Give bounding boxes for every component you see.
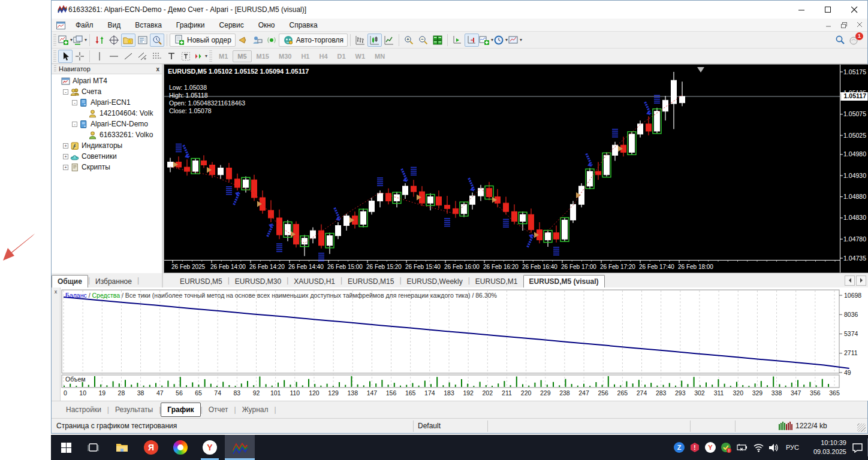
toolbar-grip[interactable] [53, 50, 56, 62]
timeframe-M5[interactable]: M5 [233, 50, 251, 62]
timeframe-H4[interactable]: H4 [314, 50, 332, 62]
data-window-button[interactable] [107, 34, 121, 47]
candlestick-chart-button[interactable] [367, 34, 382, 47]
chart-tab-EURUSD,M5 (visual)[interactable]: EURUSD,M5 (visual) [523, 275, 605, 288]
metaeditor-button[interactable] [250, 34, 264, 47]
menu-Вставка[interactable]: Вставка [128, 19, 169, 31]
navigator-tab-Избранное[interactable]: Избранное [90, 276, 137, 288]
tree-toggle[interactable]: - [63, 89, 68, 95]
status-profile[interactable]: Default [418, 422, 441, 430]
yandex-start-button[interactable] [168, 435, 192, 460]
action-center-button[interactable] [848, 435, 866, 460]
navigator-close-icon[interactable]: x [156, 66, 159, 72]
tray-alert-icon[interactable]: ! [687, 435, 703, 460]
zoom-in-button[interactable] [402, 34, 416, 47]
close-button[interactable] [841, 1, 867, 19]
tray-yandex-icon[interactable]: Y [703, 435, 718, 460]
timeframe-M15[interactable]: M15 [252, 50, 274, 62]
tab-scroll-left-button[interactable] [845, 276, 855, 286]
tree-toggle[interactable]: - [72, 100, 77, 105]
menu-Файл[interactable]: Файл [68, 19, 101, 31]
chart-window[interactable]: 1.051751.051251.050751.050251.049801.049… [164, 64, 868, 273]
price-chart[interactable]: 1.051751.051251.050751.050251.049801.049… [164, 65, 868, 273]
resize-grip[interactable] [857, 423, 866, 432]
timeframe-D1[interactable]: D1 [333, 50, 351, 62]
arrows-tool-button[interactable]: ▾ [193, 50, 207, 63]
navigator-button[interactable] [121, 34, 135, 47]
tester-tab-Настройки[interactable]: Настройки [60, 403, 107, 416]
tester-tab-График[interactable]: График [161, 402, 200, 417]
taskbar-clock[interactable]: 10:10:3909.03.2025 [803, 438, 846, 456]
chart-tab-EURUSD,M1[interactable]: EURUSD,M1 [470, 276, 523, 288]
minimize-button[interactable] [788, 1, 815, 19]
tree-item-Индикаторы[interactable]: +Индикаторы [52, 140, 162, 151]
menu-Справка[interactable]: Справка [282, 19, 325, 31]
task-view-button[interactable] [81, 435, 105, 460]
navigator-tab-Общие[interactable]: Общие [52, 275, 88, 288]
tree-toggle[interactable]: + [63, 143, 68, 149]
tree-item-Счета[interactable]: -Счета [52, 86, 162, 97]
bar-chart-button[interactable] [353, 34, 367, 47]
title-bar[interactable]: 61633261: Alpari-ECN-Demo - Демо Счет - … [52, 1, 867, 19]
timeframe-W1[interactable]: W1 [351, 50, 370, 62]
trendline-tool-button[interactable] [121, 50, 135, 63]
maximize-button[interactable] [815, 1, 841, 19]
tester-close-icon[interactable]: x [52, 289, 60, 295]
tree-toggle[interactable]: - [72, 122, 77, 127]
toolbar-grip[interactable] [53, 34, 56, 46]
chart-shift-button[interactable] [465, 34, 479, 47]
metatrader-taskbar-button[interactable] [225, 435, 255, 460]
autotrade-button[interactable]: Авто-торговля [279, 34, 348, 47]
hline-tool-button[interactable] [107, 50, 121, 63]
mdi-minimize-button[interactable] [821, 19, 836, 31]
tree-item-61633261: Volko[interactable]: 61633261: Volko [52, 129, 162, 140]
dropdown-arrow-icon[interactable]: ▾ [85, 37, 87, 43]
yandex-browser-button[interactable]: Y [198, 435, 222, 460]
chart-tab-EURUSD,Weekly[interactable]: EURUSD,Weekly [402, 276, 468, 288]
tree-toggle[interactable]: + [63, 154, 68, 159]
tester-tab-Результаты[interactable]: Результаты [109, 403, 159, 416]
tree-item-142104604: Volk[interactable]: 142104604: Volk [52, 108, 162, 119]
new-order-button[interactable]: Новый ордер [170, 34, 236, 47]
search-button[interactable] [833, 34, 847, 47]
periods-button[interactable]: ▾ [493, 34, 508, 47]
timeframe-M1[interactable]: M1 [214, 50, 233, 62]
dropdown-arrow-icon[interactable]: ▾ [205, 53, 207, 59]
start-button[interactable] [54, 435, 78, 460]
tester-tab-Отчет[interactable]: Отчет [203, 403, 234, 416]
terminal-button[interactable] [135, 34, 150, 47]
zoom-out-button[interactable] [416, 34, 430, 47]
mdi-close-button[interactable] [852, 19, 867, 31]
line-chart-button[interactable] [382, 34, 396, 47]
chart-tab-EURUSD,M5[interactable]: EURUSD,M5 [174, 276, 228, 288]
tree-toggle[interactable]: + [63, 165, 68, 170]
chart-tab-XAUUSD,H1[interactable]: XAUUSD,H1 [288, 276, 340, 288]
tester-graph[interactable]: 0101928384756657483921011101201291381471… [61, 288, 868, 401]
tray-protect-icon[interactable]: ! [718, 435, 734, 460]
channel-tool-button[interactable] [135, 50, 150, 63]
label-tool-button[interactable] [179, 50, 193, 63]
tray-volume-icon[interactable] [766, 435, 782, 460]
tray-battery-icon[interactable] [735, 435, 751, 460]
tile-windows-button[interactable] [430, 34, 445, 47]
yandex-app-button[interactable]: Я [139, 435, 163, 460]
new-chart-button[interactable]: ▾ [58, 34, 73, 47]
strategy-tester-button[interactable] [150, 34, 164, 47]
chart-tab-EURUSD,M30[interactable]: EURUSD,M30 [230, 276, 287, 288]
vline-tool-button[interactable] [92, 50, 107, 63]
cursor-tool-button[interactable] [58, 50, 73, 63]
tree-item-Советники[interactable]: +Советники [52, 151, 162, 162]
text-tool-button[interactable] [164, 50, 179, 63]
fibonacci-tool-button[interactable] [150, 50, 164, 63]
tray-wifi-icon[interactable] [751, 435, 766, 460]
profiles-button[interactable]: ▾ [73, 34, 87, 47]
tree-item-Скрипты[interactable]: +Скрипты [52, 162, 162, 172]
menu-Графики[interactable]: Графики [169, 19, 212, 31]
tab-scroll-right-button[interactable] [856, 276, 866, 286]
templates-button[interactable]: ▾ [508, 34, 522, 47]
tray-zen-icon[interactable]: Z [671, 435, 687, 460]
timeframe-H1[interactable]: H1 [296, 50, 314, 62]
mdi-restore-button[interactable] [836, 19, 852, 31]
menu-Вид[interactable]: Вид [101, 19, 128, 31]
indicators-button[interactable]: ▾ [479, 34, 493, 47]
